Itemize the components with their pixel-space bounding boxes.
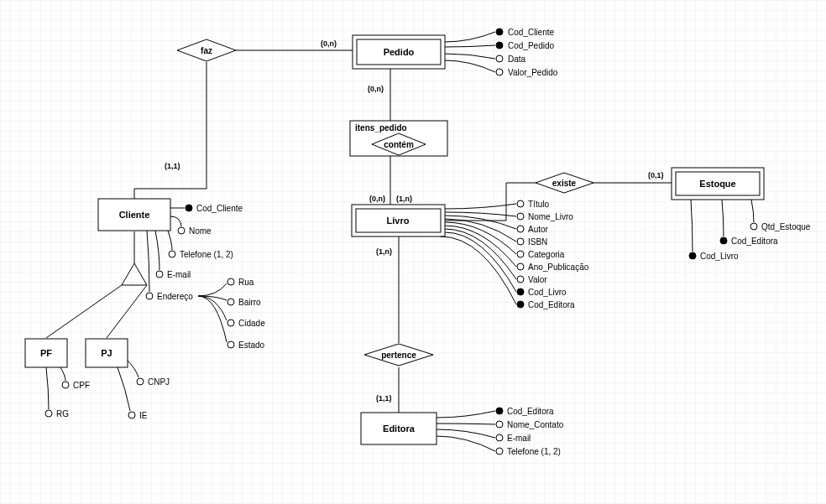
estoque-attrs: Qtd_Estoque Cod_Editora Cod_Livro <box>689 200 811 261</box>
er-diagram: faz Pedido Cod_Cliente Cod_Pedido Data V… <box>0 0 826 504</box>
itens-pedido-label: itens_pedido <box>355 123 407 132</box>
entity-livro: Livro <box>352 205 445 236</box>
svg-point-33 <box>227 320 234 326</box>
livro-cod-editora: Cod_Editora <box>528 300 575 309</box>
estoque-cod-livro: Cod_Livro <box>700 252 739 261</box>
card-pedido-contem: (0,n) <box>368 85 384 93</box>
svg-point-56 <box>720 237 727 244</box>
contem-label: contém <box>384 140 414 149</box>
end-bairro: Bairro <box>238 298 261 307</box>
pf-attrs: CPF RG <box>45 367 90 418</box>
svg-point-43 <box>517 200 524 207</box>
pedido-label: Pedido <box>384 47 415 57</box>
svg-point-29 <box>156 271 163 278</box>
pj-label: PJ <box>101 348 112 358</box>
svg-point-32 <box>227 299 234 305</box>
end-cidade: Cidade <box>238 319 265 328</box>
pedido-cod-cliente: Cod_Cliente <box>508 28 554 37</box>
svg-point-20 <box>496 42 503 49</box>
entity-pedido: Pedido <box>353 35 445 69</box>
cliente-endereco: Endereço <box>157 292 193 301</box>
svg-point-63 <box>496 448 503 455</box>
faz-label: faz <box>201 46 212 55</box>
svg-point-22 <box>496 69 503 75</box>
pj-cnpj: CNPJ <box>148 377 170 387</box>
svg-point-45 <box>517 226 524 232</box>
editora-attrs: Cod_Editora Nome_Contato E-mail Telefone… <box>437 407 564 456</box>
card-faz-pedido: (0,n) <box>321 39 337 48</box>
svg-point-50 <box>517 288 524 295</box>
cliente-email: E-mail <box>167 270 191 279</box>
livro-cod: Cod_Livro <box>528 288 567 297</box>
pertence-label: pertence <box>381 351 416 360</box>
relation-faz: faz <box>177 39 236 61</box>
svg-point-60 <box>496 408 503 414</box>
entity-editora: Editora <box>361 413 437 444</box>
relation-pertence: pertence <box>364 344 433 366</box>
svg-point-51 <box>517 301 524 308</box>
svg-point-49 <box>517 276 524 283</box>
svg-point-30 <box>146 293 153 299</box>
card-faz-cliente: (1,1) <box>165 162 180 170</box>
entity-pj: PJ <box>86 339 128 367</box>
pj-ie: IE <box>139 411 148 420</box>
svg-point-46 <box>517 238 524 245</box>
livro-valor: Valor <box>528 275 547 284</box>
svg-point-39 <box>137 378 144 385</box>
pedido-cod-pedido: Cod_Pedido <box>508 41 554 50</box>
entity-pf: PF <box>25 339 67 367</box>
livro-autor: Autor <box>528 225 549 234</box>
cliente-cod: Cod_Cliente <box>196 204 243 213</box>
livro-label: Livro <box>387 216 410 226</box>
svg-point-26 <box>186 205 192 211</box>
svg-point-34 <box>227 341 234 348</box>
cliente-label: Cliente <box>119 210 150 220</box>
pf-cpf: CPF <box>73 381 90 390</box>
assoc-itens-pedido: itens_pedido contém <box>350 121 447 156</box>
svg-point-61 <box>496 421 503 428</box>
editora-cod: Cod_Editora <box>507 407 554 416</box>
entity-cliente: Cliente <box>98 199 170 231</box>
card-pertence-editora: (1,1) <box>376 394 392 403</box>
svg-point-48 <box>517 263 524 270</box>
svg-point-21 <box>496 55 503 62</box>
pedido-valor: Valor_Pedido <box>508 68 558 77</box>
svg-point-55 <box>750 223 757 230</box>
card-contem-livro-l: (0,n) <box>369 195 385 203</box>
cliente-telefone: Telefone (1, 2) <box>180 250 233 259</box>
svg-point-36 <box>62 382 69 388</box>
svg-point-37 <box>45 410 52 417</box>
svg-marker-13 <box>122 263 147 285</box>
livro-nome: Nome_Livro <box>528 212 573 221</box>
cliente-nome: Nome <box>189 226 212 236</box>
svg-line-14 <box>46 285 122 338</box>
estoque-label: Estoque <box>699 179 735 189</box>
svg-point-31 <box>227 278 234 285</box>
livro-ano: Ano_Publicação <box>528 262 589 272</box>
livro-isbn: ISBN <box>528 237 547 247</box>
svg-point-62 <box>496 434 503 441</box>
svg-point-19 <box>496 29 503 35</box>
svg-point-40 <box>128 412 135 418</box>
svg-point-47 <box>517 251 524 257</box>
svg-point-57 <box>689 252 696 259</box>
svg-line-15 <box>107 285 147 338</box>
editora-email: E-mail <box>507 434 531 443</box>
livro-titulo: Título <box>528 200 549 209</box>
card-contem-livro-r: (1,n) <box>396 195 412 203</box>
relation-existe: existe <box>536 173 593 193</box>
card-livro-pertence: (1,n) <box>376 247 392 256</box>
pf-label: PF <box>40 348 52 358</box>
end-rua: Rua <box>238 278 254 287</box>
editora-telefone: Telefone (1, 2) <box>507 447 561 456</box>
pf-rg: RG <box>56 409 69 418</box>
editora-nome: Nome_Contato <box>507 420 564 429</box>
card-existe-estoque: (0,1) <box>648 171 664 179</box>
pedido-attrs: Cod_Cliente Cod_Pedido Data Valor_Pedido <box>445 28 558 77</box>
entity-estoque: Estoque <box>672 168 764 200</box>
end-estado: Estado <box>238 340 265 350</box>
existe-label: existe <box>552 179 577 188</box>
svg-point-28 <box>169 251 175 257</box>
livro-attrs: Título Nome_Livro Autor ISBN Categoria A… <box>441 200 589 309</box>
svg-point-27 <box>178 227 185 234</box>
